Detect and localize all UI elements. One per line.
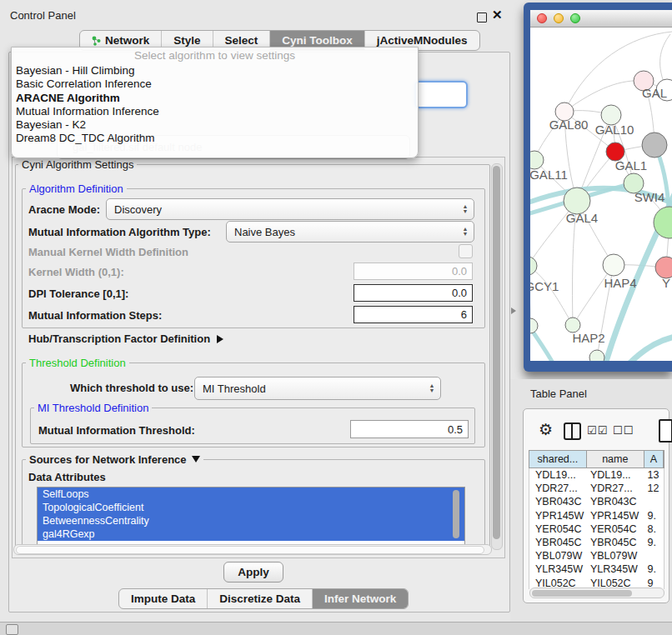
attribute-list-item[interactable]: TopologicalCoefficient (38, 501, 464, 514)
table-row[interactable]: YDR27...YDR27...12 (529, 482, 664, 495)
table-row[interactable]: YBR045CYBR045C9. (529, 536, 664, 549)
attribute-list-scrollbar[interactable] (453, 490, 459, 538)
collapsed-arrow-icon (217, 335, 223, 343)
table-cell: 8. (644, 522, 664, 536)
table-cell: 9. (644, 562, 664, 576)
settings-vscrollbar-thumb[interactable] (493, 166, 500, 539)
table-cell: YLR345W (529, 562, 587, 576)
hub-definition-toggle[interactable]: Hub/Transcription Factor Definition (28, 332, 223, 345)
select-all-icon[interactable]: ☑☑ (587, 424, 608, 437)
table-row[interactable]: YBL079WYBL079W (529, 549, 664, 562)
splitter-collapse-icon[interactable] (511, 308, 516, 314)
column-header-name[interactable]: name (587, 451, 644, 468)
settings-hscrollbar[interactable] (13, 544, 492, 555)
data-attributes-list[interactable]: SelfLoopsTopologicalCoefficientBetweenne… (37, 487, 465, 545)
which-threshold-combo[interactable]: MI Threshold ▲▼ (194, 377, 441, 400)
network-edge-highlighted[interactable] (629, 336, 672, 361)
table-panel-title: Table Panel (530, 388, 587, 400)
manual-kernel-label: Manual Kernel Width Definition (28, 246, 188, 258)
node-label: GAL10 (595, 122, 634, 137)
table-row[interactable]: YER054CYER054C8. (529, 522, 664, 536)
attribute-list-item[interactable]: BetweennessCentrality (38, 514, 464, 528)
network-edge[interactable] (564, 81, 644, 112)
column-view-icon[interactable] (564, 422, 581, 440)
close-icon[interactable]: ✕ (492, 8, 503, 22)
table-cell: YER054C (529, 522, 587, 536)
table-cell: YPR145W (529, 509, 587, 522)
node-label: GCY1 (530, 279, 559, 293)
table-hscrollbar-thumb[interactable] (532, 590, 632, 597)
apply-button[interactable]: Apply (223, 562, 283, 582)
network-window-titlebar[interactable] (530, 10, 672, 28)
aracne-mode-label: Aracne Mode: (28, 203, 100, 216)
zoom-traffic-light-icon[interactable] (570, 13, 580, 23)
manual-kernel-checkbox[interactable] (459, 244, 473, 258)
mi-threshold-field[interactable]: 0.5 (350, 420, 469, 438)
mi-steps-field[interactable]: 6 (354, 306, 473, 323)
node-table: shared...nameA YDL19...YDL19...13YDR27..… (529, 450, 664, 589)
tab-infer-network[interactable]: Infer Network (313, 589, 408, 608)
table-cell: YBR045C (587, 536, 644, 549)
network-edge[interactable] (530, 266, 573, 325)
attribute-list-item[interactable]: SelfLoops (38, 488, 464, 501)
column-header-A[interactable]: A (644, 451, 664, 468)
table-row[interactable]: YLR345WYLR345W9. (529, 562, 664, 576)
network-node[interactable] (603, 254, 624, 276)
algorithm-option[interactable]: Dream8 DC_TDC Algorithm (12, 131, 418, 144)
node-label: GAL (642, 86, 667, 100)
algorithm-option[interactable]: Bayesian - K2 (12, 118, 418, 131)
focused-combo-fragment[interactable] (414, 81, 468, 108)
float-window-icon[interactable] (477, 12, 487, 22)
node-label: GAL80 (549, 118, 589, 132)
algorithm-option[interactable]: Basic Correlation Inference (12, 77, 418, 90)
algorithm-dropdown-popup: Select algorithm to view settings Bayesi… (11, 47, 419, 158)
table-cell: YPR145W (587, 509, 644, 522)
table-file-icon[interactable] (659, 419, 672, 442)
aracne-mode-combo[interactable]: Discovery ▲▼ (106, 198, 474, 220)
control-panel-title: Control Panel (10, 9, 76, 22)
node-label: GAL4 (566, 211, 598, 225)
table-cell: 13 (644, 468, 664, 482)
table-hscrollbar[interactable] (529, 588, 664, 598)
node-label: GAL1 (615, 158, 647, 172)
gear-icon[interactable]: ⚙ (539, 420, 553, 439)
sources-title-toggle[interactable]: Sources for Network Inference (26, 453, 203, 466)
algorithm-option[interactable]: ARACNE Algorithm (12, 91, 418, 104)
table-cell (644, 549, 664, 562)
table-cell: YDL19... (587, 468, 644, 482)
table-row[interactable]: YPR145WYPR145W9. (529, 509, 664, 522)
cyni-settings-title: Cyni Algorithm Settings (18, 158, 137, 171)
table-cell: YBL079W (529, 549, 587, 562)
network-node[interactable] (530, 318, 538, 333)
kernel-width-field[interactable]: 0.0 (354, 262, 473, 280)
table-row[interactable]: YDL19...YDL19...13 (529, 468, 664, 482)
combo-arrows-icon: ▲▼ (459, 227, 474, 237)
expanded-arrow-icon (192, 456, 200, 462)
column-header-shared...[interactable]: shared... (529, 451, 587, 468)
node-label: HAP2 (572, 331, 604, 345)
network-node[interactable] (642, 132, 667, 158)
tab-impute-data[interactable]: Impute Data (119, 589, 208, 608)
table-row[interactable]: YBR043CYBR043C (529, 495, 664, 508)
threshold-definition-title: Threshold Definition (26, 357, 129, 369)
node-label: SWI4 (634, 190, 665, 204)
settings-hscrollbar-thumb[interactable] (16, 546, 484, 554)
mi-type-label: Mutual Information Algorithm Type: (28, 226, 211, 238)
network-node[interactable] (589, 350, 604, 361)
deselect-all-icon[interactable]: ☐☐ (613, 424, 634, 437)
network-canvas[interactable]: GALGAL80GAL10GAL1GAL11SWI4GAL4GCY1HAP4YH… (530, 28, 672, 361)
algorithm-option[interactable]: Mutual Information Inference (12, 104, 418, 118)
dpi-tolerance-label: DPI Tolerance [0,1]: (28, 288, 128, 300)
network-node[interactable] (530, 151, 544, 169)
table-cell: 9. (644, 536, 664, 549)
mi-type-combo[interactable]: Naive Bayes ▲▼ (226, 221, 474, 242)
minimize-traffic-light-icon[interactable] (554, 13, 564, 23)
table-cell: YBR043C (529, 495, 587, 508)
algorithm-option[interactable]: Bayesian - Hill Climbing (12, 63, 418, 77)
dpi-tolerance-field[interactable]: 0.0 (354, 284, 473, 302)
close-traffic-light-icon[interactable] (537, 13, 547, 23)
attribute-list-item[interactable]: gal4RGexp (38, 528, 464, 541)
combo-arrows-icon: ▲▼ (425, 383, 440, 393)
tab-discretize-data[interactable]: Discretize Data (208, 589, 313, 608)
mini-panel-icon[interactable] (6, 624, 18, 635)
